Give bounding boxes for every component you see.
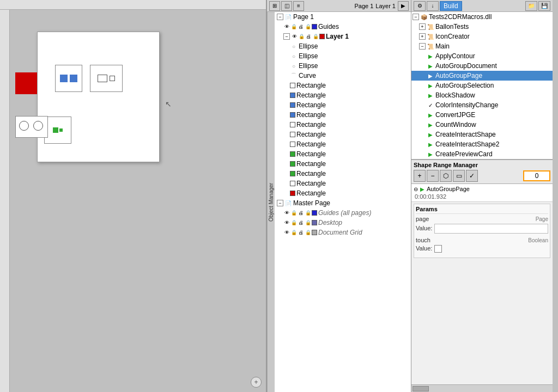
right-icon-save[interactable]: 💾 (538, 1, 550, 11)
layer1-lock3: 🔒 (312, 33, 319, 40)
main-expand[interactable]: − (419, 43, 426, 50)
tree-rect7[interactable]: Rectangle (275, 139, 411, 149)
tree-doc-grid[interactable]: 👁 🔒 🖨 🔒 Document Grid (275, 228, 411, 237)
rect6-label: Rectangle (296, 131, 326, 138)
rect12-swatch (290, 191, 295, 196)
tree-rect8[interactable]: Rectangle (275, 149, 411, 159)
dll-expand[interactable]: − (413, 14, 419, 20)
guides-label: Guides (318, 23, 339, 30)
tree-rect4[interactable]: Rectangle (275, 110, 411, 120)
script-count-window[interactable]: ▶ CountWindow (411, 120, 553, 130)
tree-rect3[interactable]: Rectangle (275, 100, 411, 110)
icon-creator-label: IconCreator (435, 33, 470, 40)
page1-icon: 📄 (284, 13, 292, 21)
red-square (15, 72, 37, 94)
page-value-input[interactable] (434, 224, 548, 234)
script-icon-creator[interactable]: + 📜 IconCreator (411, 32, 553, 41)
tree-rect9[interactable]: Rectangle (275, 159, 411, 169)
right-scrollbar[interactable] (411, 384, 553, 392)
tree-rect2[interactable]: Rectangle (275, 90, 411, 100)
tree-master-page[interactable]: − 📄 Master Page (275, 198, 411, 208)
srm-check-btn[interactable]: ✓ (466, 170, 478, 182)
scrollbar-thumb[interactable] (413, 386, 429, 391)
script-ballon[interactable]: + 📜 BallonTests (411, 22, 553, 32)
rect8-swatch (290, 151, 295, 157)
guides-all-lock3: 🔒 (305, 210, 311, 216)
tree-rect10[interactable]: Rectangle (275, 169, 411, 179)
touch-value-checkbox[interactable] (434, 245, 442, 253)
tree-rect11[interactable]: Rectangle (275, 179, 411, 188)
tree-guides[interactable]: 👁 🔒 🖨 🔒 Guides (275, 22, 411, 32)
create-preview-play: ▶ (427, 150, 434, 158)
script-block-shadow[interactable]: ▶ BlockShadow (411, 90, 553, 100)
color-intensity-label: ColorIntensityChange (435, 101, 498, 109)
doc-grid-label: Document Grid (318, 229, 362, 236)
script-create-interact2[interactable]: ▶ CreateInteractShape2 (411, 139, 553, 149)
script-main[interactable]: − 📜 Main (411, 41, 553, 51)
right-icon-folder[interactable]: 📁 (525, 1, 537, 11)
layer1-label: Layer 1 (326, 33, 349, 40)
script-auto-group-page[interactable]: ▶ AutoGroupPage (411, 71, 553, 81)
rect6-swatch (290, 132, 295, 137)
param-page: page Page Value: (416, 216, 548, 234)
add-button[interactable]: + (251, 377, 262, 388)
ellipse3-label: Ellipse (299, 62, 318, 70)
right-tool-gear[interactable]: ⚙ (414, 1, 426, 11)
script-color-intensity[interactable]: ✓ ColorIntensityChange (411, 100, 553, 110)
rect9-swatch (290, 161, 295, 167)
guides-lock2: 🖨 (298, 23, 304, 30)
tree-curve[interactable]: ⌒ Curve (275, 71, 411, 81)
layer1-swatch (319, 34, 325, 39)
tree-layer1[interactable]: − 👁 🔒 🖨 🔒 Layer 1 (275, 32, 411, 41)
result-header: ⊖ ▶ AutoGroupPage (414, 186, 550, 192)
page-canvas (37, 32, 160, 162)
layer1-expand[interactable]: − (283, 33, 290, 40)
script-auto-group-doc[interactable]: ▶ AutoGroupDocument (411, 61, 553, 71)
apply-contour-play: ▶ (427, 52, 434, 60)
guides-eye: 👁 (283, 23, 290, 30)
srm-lasso-btn[interactable]: ⬡ (440, 170, 452, 182)
script-create-interact[interactable]: ▶ CreateInteractShape (411, 130, 553, 139)
shape-range-manager: Shape Range Manager + − ⬡ ▭ ✓ (411, 160, 553, 184)
touch-param-label: touch (416, 237, 430, 243)
toolbar-btn-1[interactable]: ⊞ (269, 1, 280, 11)
srm-rect-btn[interactable]: ▭ (453, 170, 465, 182)
ruler-left (0, 10, 10, 392)
icon-creator-expand[interactable]: + (419, 33, 426, 40)
tree-ellipse2[interactable]: ○ Ellipse (275, 51, 411, 61)
create-preview-label: CreatePreviewCard (435, 150, 493, 158)
script-apply-contour[interactable]: ▶ ApplyContour (411, 51, 553, 61)
tree-rect1[interactable]: Rectangle (275, 81, 411, 90)
script-create-preview[interactable]: ▶ CreatePreviewCard (411, 149, 553, 159)
build-label: Build (444, 2, 458, 10)
srm-add-btn[interactable]: + (414, 170, 426, 182)
script-convert-jpge[interactable]: ▶ ConvertJPGE (411, 110, 553, 120)
toolbar-btn-3[interactable]: ≡ (293, 1, 304, 11)
ballon-expand[interactable]: + (419, 23, 426, 30)
rect2-swatch (290, 93, 295, 98)
auto-group-doc-label: AutoGroupDocument (435, 62, 497, 70)
tree-guides-all[interactable]: 👁 🔒 🖨 🔒 Guides (all pages) (275, 208, 411, 218)
rect3-label: Rectangle (296, 101, 326, 109)
tree-rect5[interactable]: Rectangle (275, 120, 411, 130)
build-button[interactable]: Build (440, 1, 462, 11)
tree-desktop[interactable]: 👁 🔒 🖨 🔒 Desktop (275, 218, 411, 228)
result-expand-btn[interactable]: ⊖ (414, 186, 418, 192)
srm-remove-btn[interactable]: − (427, 170, 439, 182)
tree-rect12[interactable]: Rectangle (275, 188, 411, 198)
script-dll[interactable]: − 📦 Tests2CDRMacros.dll (411, 12, 553, 22)
tree-rect6[interactable]: Rectangle (275, 130, 411, 139)
icon-creator-icon: 📜 (427, 33, 434, 40)
middle-panel: ⊞ ◫ ≡ Page 1 Layer 1 ▶ Object Manager − … (267, 0, 411, 392)
tree-ellipse3[interactable]: ○ Ellipse (275, 61, 411, 71)
script-auto-group-sel[interactable]: ▶ AutoGroupSelection (411, 81, 553, 90)
srm-value-input[interactable] (523, 170, 550, 181)
page1-expand[interactable]: − (277, 14, 283, 20)
guides-lock3: 🔒 (305, 23, 311, 30)
right-tool-down[interactable]: ↓ (427, 1, 439, 11)
toolbar-arrow-btn[interactable]: ▶ (398, 1, 409, 11)
tree-page1[interactable]: − 📄 Page 1 (275, 12, 411, 22)
master-page-expand[interactable]: − (277, 200, 283, 206)
tree-ellipse1[interactable]: ○ Ellipse (275, 41, 411, 51)
toolbar-btn-2[interactable]: ◫ (281, 1, 292, 11)
